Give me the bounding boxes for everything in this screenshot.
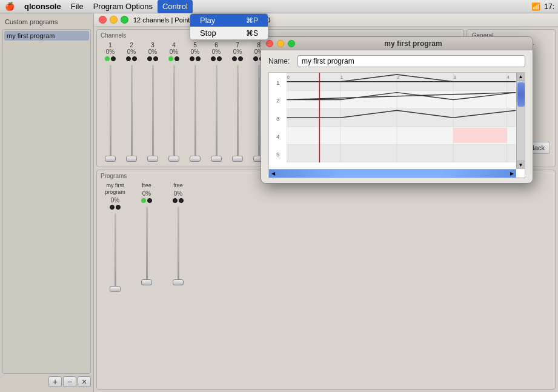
sidebar-item-my-first-program[interactable]: my first program	[4, 31, 89, 41]
prog-3-name: free	[173, 182, 183, 189]
channel-1-dot-dark	[111, 56, 116, 61]
prog-3-handle[interactable]	[173, 279, 184, 285]
remove-program-button[interactable]: −	[63, 376, 76, 387]
channel-4-handle[interactable]	[168, 156, 179, 162]
menubar: 🍎 qlconsole File Program Options Control…	[0, 0, 558, 13]
channel-1: 1 0%	[101, 42, 120, 164]
sidebar-title: Custom programs	[2, 18, 91, 25]
play-menu-item[interactable]: Play ⌘P	[190, 14, 268, 27]
sidebar-bottom: + − ×	[2, 376, 91, 387]
apple-menu[interactable]: 🍎	[0, 0, 19, 13]
sidebar-list: my first program	[2, 29, 91, 374]
chart-scrollbar-v[interactable]: ▲ ▼	[516, 73, 525, 169]
channel-1-handle[interactable]	[105, 156, 116, 162]
add-program-button[interactable]: +	[48, 376, 62, 387]
ch4-dot-green	[168, 56, 173, 61]
prog-3-dot1	[173, 198, 178, 203]
ch3-dot1	[147, 56, 152, 61]
wifi-icon: 📶	[531, 2, 540, 11]
maximize-button[interactable]	[121, 16, 128, 24]
svg-text:5: 5	[276, 151, 280, 158]
stop-label: Stop	[200, 28, 216, 38]
dialog-min-button[interactable]	[277, 40, 284, 47]
control-dropdown: Play ⌘P Stop ⌘S	[190, 13, 268, 40]
sidebar: Custom programs my first program + − ×	[0, 13, 94, 392]
program-col-1: my firstprogram 0%	[101, 182, 130, 387]
scroll-left-button[interactable]: ◀	[269, 170, 277, 178]
scroll-thumb-v[interactable]	[517, 82, 525, 107]
program-options-menu[interactable]: Program Options	[88, 0, 158, 13]
control-menu[interactable]: Control	[158, 0, 193, 13]
programs-section: Programs my firstprogram 0% free 0%	[96, 170, 556, 390]
channel-7-handle[interactable]	[232, 156, 243, 162]
prog-1-dot1	[110, 205, 115, 210]
svg-text:3: 3	[276, 115, 280, 122]
prog-2-name: free	[142, 182, 151, 189]
channel-1-dot-green	[105, 56, 110, 61]
programs-label: Programs	[101, 173, 127, 179]
prog-2-track	[146, 207, 148, 285]
svg-text:3: 3	[453, 75, 456, 80]
dialog-max-button[interactable]	[288, 40, 295, 47]
prog-1-handle[interactable]	[110, 286, 121, 292]
prog-1-pct: 0%	[111, 197, 119, 204]
scroll-right-button[interactable]: ▶	[508, 170, 516, 178]
channel-1-track	[110, 65, 111, 162]
program-col-2: free 0%	[132, 182, 161, 387]
channel-5: 5 0%	[185, 42, 205, 164]
play-label: Play	[200, 16, 215, 25]
ch4-dot-dark	[174, 56, 179, 61]
channel-7: 7 0%	[228, 42, 247, 164]
dialog-close-button[interactable]	[266, 40, 273, 47]
prog-1-name: my firstprogram	[105, 182, 125, 196]
menubar-right: 📶 17:	[531, 2, 558, 11]
prog-3-pct: 0%	[174, 190, 182, 197]
ch5-dot1	[190, 56, 194, 61]
prog-2-handle[interactable]	[141, 279, 152, 285]
channel-3: 3 0%	[143, 42, 162, 164]
scroll-down-button[interactable]: ▼	[517, 161, 525, 169]
channel-4: 4 0%	[164, 42, 184, 164]
svg-rect-4	[287, 145, 516, 163]
ch8-dot1	[253, 56, 258, 61]
svg-text:0: 0	[287, 75, 290, 80]
channel-1-pct: 0%	[106, 48, 115, 55]
chart-scrollbar-h[interactable]: ◀ ▶	[269, 169, 516, 178]
time-display: 17:	[544, 2, 554, 11]
dialog-body: Name: 1 2 3 4 5 0 1 2 3	[261, 50, 533, 183]
close-button[interactable]	[99, 16, 107, 24]
app-name: qlconsole	[19, 0, 66, 13]
svg-text:2: 2	[276, 97, 279, 104]
prog-1-dot2	[116, 205, 121, 210]
channel-2-handle[interactable]	[126, 156, 137, 162]
svg-rect-27	[453, 128, 507, 143]
channel-5-handle[interactable]	[190, 156, 201, 162]
ch6-dot1	[211, 56, 216, 61]
ch7-dot2	[238, 56, 243, 61]
prog-3-dot2	[179, 198, 184, 203]
dialog-titlebar: my first program	[261, 37, 533, 50]
channels-label: Channels	[101, 32, 126, 39]
svg-text:1: 1	[340, 75, 343, 80]
window-controls	[99, 16, 128, 24]
channel-3-handle[interactable]	[147, 156, 158, 162]
prog-2-pct: 0%	[142, 190, 151, 197]
dialog-window: my first program Name: 1 2 3 4 5 0	[261, 36, 533, 184]
ch6-dot2	[217, 56, 222, 61]
name-input[interactable]	[297, 55, 525, 67]
svg-text:2: 2	[397, 75, 399, 80]
delete-program-button[interactable]: ×	[78, 376, 91, 387]
stop-menu-item[interactable]: Stop ⌘S	[190, 27, 268, 39]
channel-6: 6 0%	[207, 42, 226, 164]
ch7-dot1	[232, 56, 237, 61]
chart-container: 1 2 3 4 5 0 1 2 3 4	[268, 72, 525, 178]
svg-text:4: 4	[276, 133, 280, 140]
scroll-up-button[interactable]: ▲	[517, 73, 525, 81]
channel-2-dot1	[126, 56, 131, 61]
svg-text:1: 1	[276, 79, 279, 86]
name-row: Name:	[268, 55, 525, 67]
file-menu[interactable]: File	[66, 0, 88, 13]
minimize-button[interactable]	[110, 16, 118, 24]
channel-2: 2 0%	[122, 42, 141, 164]
channel-6-handle[interactable]	[211, 156, 222, 162]
